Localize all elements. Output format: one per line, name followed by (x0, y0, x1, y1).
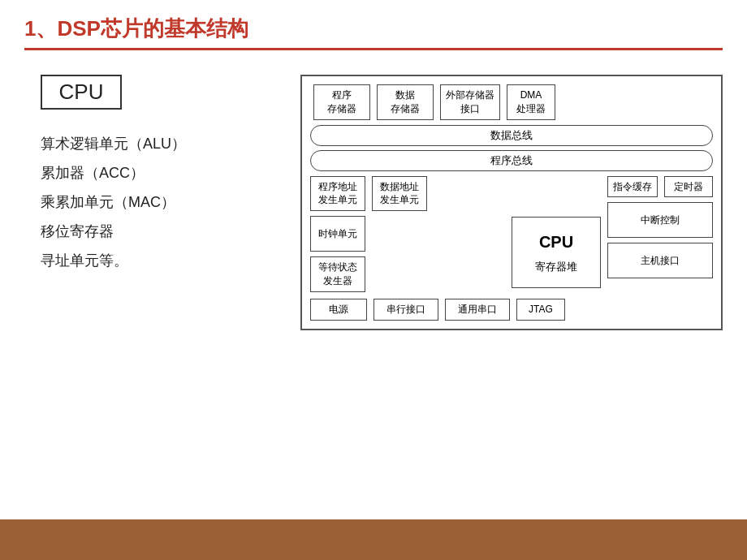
cpu-center-box: CPU 寄存器堆 (512, 217, 601, 288)
box-prog-addr: 程序地址发生单元 (310, 176, 365, 212)
box-jtag: JTAG (516, 299, 565, 321)
box-clock: 时钟单元 (310, 216, 365, 252)
diagram-bottom-row: 电源 串行接口 通用串口 JTAG (310, 299, 713, 321)
diagram-panel: 程序存储器 数据存储器 外部存储器接口 DMA处理器 数据总线 程序总线 程序地… (300, 75, 723, 330)
desc-line2: 累加器（ACC） (41, 158, 284, 187)
box-timer: 定时器 (664, 176, 713, 198)
box-data-mem: 数据存储器 (377, 84, 434, 120)
diagram-top-row: 程序存储器 数据存储器 外部存储器接口 DMA处理器 (310, 84, 713, 120)
desc-line1: 算术逻辑单元（ALU） (41, 129, 284, 158)
desc-line4: 移位寄存器 (41, 217, 284, 246)
box-wait-state: 等待状态发生器 (310, 256, 365, 292)
title-underline (24, 48, 723, 50)
box-data-addr: 数据地址发生单元 (372, 176, 427, 212)
cpu-box: CPU (41, 75, 122, 110)
box-serial-if: 串行接口 (374, 299, 438, 321)
box-ext-mem-if: 外部存储器接口 (440, 84, 500, 120)
program-bus: 程序总线 (310, 150, 713, 171)
data-bus: 数据总线 (310, 125, 713, 146)
box-program-mem: 程序存储器 (313, 84, 370, 120)
mid-section: 程序地址发生单元 数据地址发生单元 时钟单元 等待状态发生器 (310, 176, 713, 292)
box-dma: DMA处理器 (507, 84, 555, 120)
box-host-if: 主机接口 (607, 243, 713, 278)
desc-line3: 乘累加单元（MAC） (41, 187, 284, 217)
box-instr-cache: 指令缓存 (607, 176, 658, 198)
box-general-serial: 通用串口 (445, 299, 510, 321)
description-text: 算术逻辑单元（ALU） 累加器（ACC） 乘累加单元（MAC） 移位寄存器 寻址… (41, 129, 284, 275)
desc-line5: 寻址单元等。 (41, 246, 284, 275)
left-panel: CPU 算术逻辑单元（ALU） 累加器（ACC） 乘累加单元（MAC） 移位寄存… (41, 75, 284, 275)
box-power: 电源 (310, 299, 367, 321)
title-area: 1、DSP芯片的基本结构 (0, 0, 747, 58)
page-footer (0, 519, 747, 560)
box-interrupt: 中断控制 (607, 202, 713, 238)
main-content: CPU 算术逻辑单元（ALU） 累加器（ACC） 乘累加单元（MAC） 移位寄存… (0, 58, 747, 330)
page-title: 1、DSP芯片的基本结构 (24, 15, 723, 43)
